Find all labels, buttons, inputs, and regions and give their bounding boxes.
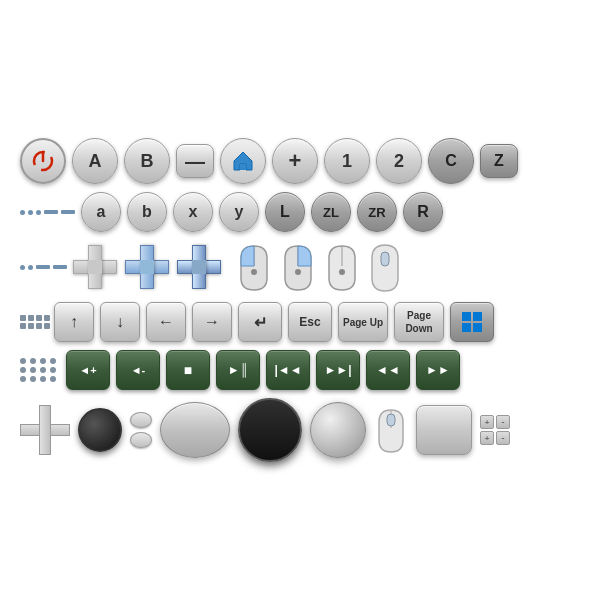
volume-up-button[interactable]: ◄+ [66,350,110,390]
right-arrow-key[interactable]: → [192,302,232,342]
button-z[interactable]: Z [480,144,518,178]
row-1: A B — + 1 2 C Z [20,138,580,184]
prev-track-button[interactable]: |◄◄ [266,350,310,390]
button-small-a[interactable]: a [81,192,121,232]
esc-key[interactable]: Esc [288,302,332,342]
dot-indicator-2 [20,210,75,215]
button-2[interactable]: 2 [376,138,422,184]
mini-plus-button-2[interactable]: + [480,431,494,445]
button-r[interactable]: R [403,192,443,232]
minus-button[interactable]: — [176,144,214,178]
dash-a [36,265,50,269]
button-c[interactable]: C [428,138,474,184]
row-6: + - + - [20,398,580,462]
small-oval-buttons [130,412,152,448]
down-arrow-key[interactable]: ↓ [100,302,140,342]
row-2: a b x y L ZL ZR R [20,192,580,232]
dpad-1[interactable] [73,245,117,289]
square-dot-indicator [20,315,48,329]
plus-button[interactable]: + [272,138,318,184]
xl-dark-circle[interactable] [238,398,302,462]
row-5: ◄+ ◄- ■ ►║ |◄◄ ►►| ◄◄ ►► [20,350,580,390]
mouse-left-click[interactable] [235,240,273,294]
button-zr[interactable]: ZR [357,192,397,232]
row-4: ↑ ↓ ← → ↵ Esc Page Up Page Down [20,302,580,342]
mini-plus-minus-buttons: + - + - [480,415,510,445]
main-container: A B — + 1 2 C Z [10,128,590,472]
button-b[interactable]: B [124,138,170,184]
rewind-button[interactable]: ◄◄ [366,350,410,390]
mouse-right-click[interactable] [279,240,317,294]
svg-point-9 [339,269,345,275]
svg-rect-10 [381,252,389,266]
svg-point-7 [295,269,301,275]
row-3 [20,240,580,294]
joystick-button[interactable] [78,408,122,452]
power-button[interactable] [20,138,66,184]
dot-1 [20,210,25,215]
dpad-3[interactable] [177,245,221,289]
large-oval-button[interactable] [160,402,230,458]
up-arrow-key[interactable]: ↑ [54,302,94,342]
svg-rect-12 [473,312,482,321]
svg-point-5 [251,269,257,275]
button-zl[interactable]: ZL [311,192,351,232]
mouse-no-click[interactable] [323,240,361,294]
page-down-key[interactable]: Page Down [394,302,444,342]
small-oval-bottom[interactable] [130,432,152,448]
fast-forward-button[interactable]: ►► [416,350,460,390]
dot-a [20,265,25,270]
small-oval-top[interactable] [130,412,152,428]
mouse-scroll[interactable] [367,240,403,294]
dot-indicator-3 [20,265,67,270]
svg-rect-13 [462,323,471,332]
button-x[interactable]: x [173,192,213,232]
mini-mouse-icon[interactable] [374,406,408,454]
dash-b [53,265,67,269]
dot-b [28,265,33,270]
grid-dot-indicator [20,358,60,382]
mini-minus-button-2[interactable]: - [496,431,510,445]
enter-key[interactable]: ↵ [238,302,282,342]
button-a[interactable]: A [72,138,118,184]
dot-3 [36,210,41,215]
button-1[interactable]: 1 [324,138,370,184]
large-square-button[interactable] [416,405,472,455]
button-l[interactable]: L [265,192,305,232]
mini-minus-button[interactable]: - [496,415,510,429]
silver-ball-button[interactable] [310,402,366,458]
svg-rect-11 [462,312,471,321]
play-pause-button[interactable]: ►║ [216,350,260,390]
svg-rect-14 [473,323,482,332]
page-up-key[interactable]: Page Up [338,302,388,342]
volume-down-button[interactable]: ◄- [116,350,160,390]
left-arrow-key[interactable]: ← [146,302,186,342]
dash-2 [61,210,75,214]
stop-button[interactable]: ■ [166,350,210,390]
button-y[interactable]: y [219,192,259,232]
dpad-2[interactable] [125,245,169,289]
next-track-button[interactable]: ►►| [316,350,360,390]
dpad-cross[interactable] [20,405,70,455]
dot-2 [28,210,33,215]
dash-1 [44,210,58,214]
home-button[interactable] [220,138,266,184]
button-small-b[interactable]: b [127,192,167,232]
svg-rect-16 [387,414,395,426]
svg-rect-3 [240,164,246,170]
mini-plus-button[interactable]: + [480,415,494,429]
windows-key[interactable] [450,302,494,342]
